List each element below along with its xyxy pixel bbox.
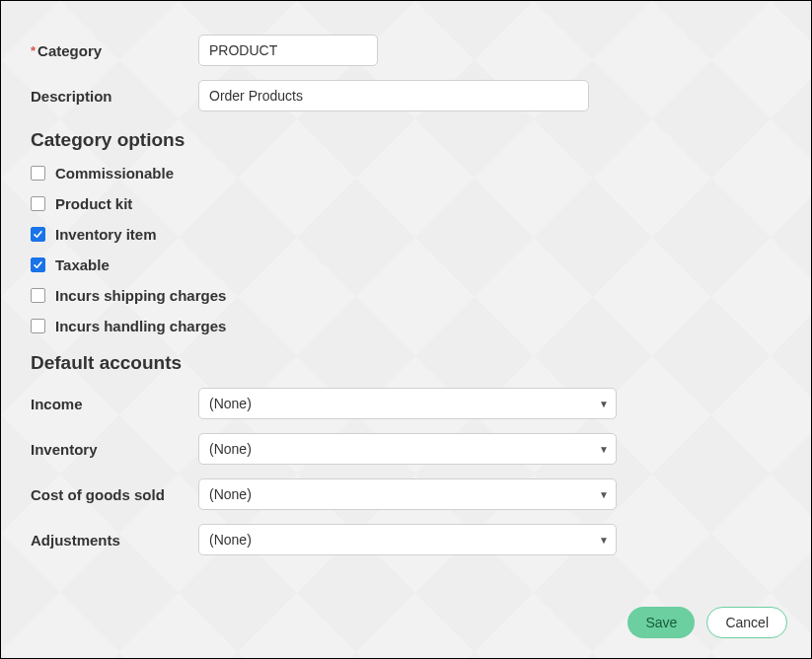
inventory-item-label: Inventory item [55,226,157,243]
inventory-select-wrap: (None) ▼ [198,433,617,465]
product-kit-checkbox-row[interactable]: Product kit [31,195,781,212]
inventory-item-checkbox-row[interactable]: Inventory item [31,226,781,243]
adjustments-row: Adjustments (None) ▼ [31,524,781,555]
taxable-checkbox-row[interactable]: Taxable [31,256,781,273]
description-label: Description [31,88,112,105]
inventory-item-checkbox[interactable] [31,227,45,242]
inventory-label: Inventory [31,441,198,458]
cogs-row: Cost of goods sold (None) ▼ [31,478,781,510]
footer-buttons: Save Cancel [627,607,787,638]
product-kit-label: Product kit [55,195,132,212]
commissionable-checkbox[interactable] [31,166,45,181]
description-input[interactable] [198,80,589,111]
adjustments-select[interactable]: (None) [198,524,617,555]
income-select-wrap: (None) ▼ [198,388,617,419]
cogs-select[interactable]: (None) [198,478,617,510]
inventory-select[interactable]: (None) [198,433,617,465]
cogs-label: Cost of goods sold [31,486,198,503]
adjustments-select-wrap: (None) ▼ [198,524,617,555]
income-select[interactable]: (None) [198,388,617,419]
shipping-label: Incurs shipping charges [55,287,226,304]
handling-label: Incurs handling charges [55,318,226,334]
commissionable-checkbox-row[interactable]: Commissionable [31,165,781,182]
cogs-select-wrap: (None) ▼ [198,478,617,510]
inventory-row: Inventory (None) ▼ [31,433,781,465]
form-panel: * Category Description Category options … [0,0,812,659]
category-label: Category [37,42,102,59]
description-label-wrap: Description [31,88,198,105]
required-mark: * [31,44,36,57]
form-content: * Category Description Category options … [5,5,807,589]
accounts-heading: Default accounts [31,352,781,374]
description-row: Description [31,80,781,111]
shipping-checkbox[interactable] [31,288,45,303]
taxable-checkbox[interactable] [31,257,45,272]
commissionable-label: Commissionable [55,165,174,182]
adjustments-label: Adjustments [31,532,198,549]
save-button[interactable]: Save [627,607,695,638]
options-heading: Category options [31,129,781,151]
taxable-label: Taxable [55,256,110,273]
category-input[interactable] [198,35,378,66]
income-label: Income [31,396,198,412]
cancel-button[interactable]: Cancel [706,607,787,638]
handling-checkbox-row[interactable]: Incurs handling charges [31,318,781,334]
category-row: * Category [31,35,781,66]
accounts-block: Income (None) ▼ Inventory (None) ▼ [31,388,781,555]
handling-checkbox[interactable] [31,319,45,333]
product-kit-checkbox[interactable] [31,196,45,211]
shipping-checkbox-row[interactable]: Incurs shipping charges [31,287,781,304]
income-row: Income (None) ▼ [31,388,781,419]
category-label-wrap: * Category [31,42,198,59]
